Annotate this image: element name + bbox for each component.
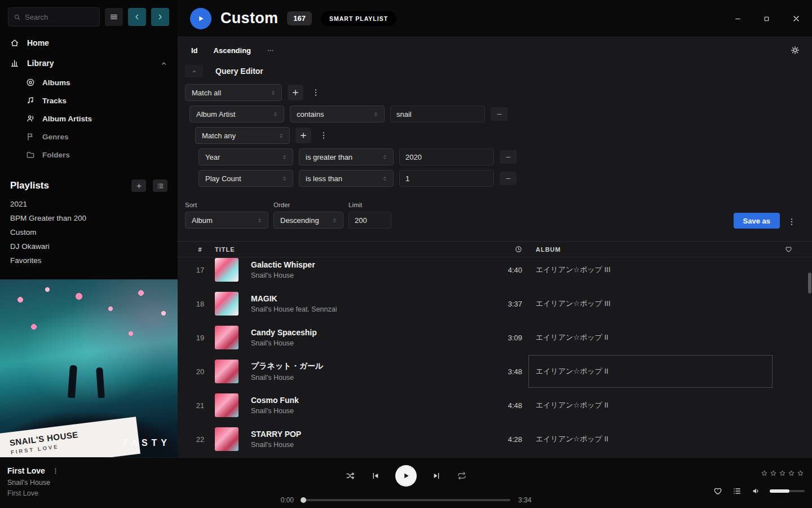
progress-section: 0:00 3:34 — [275, 496, 537, 504]
table-row[interactable]: 22 STARRY POP Snail's House 4:28 エイリアン☆ポ… — [178, 422, 812, 456]
track-album-selected-cell[interactable]: エイリアン☆ポップ II — [528, 355, 773, 388]
sidebar-item-genres[interactable]: Genres — [0, 128, 178, 146]
updown-icon — [373, 111, 379, 117]
sort-select[interactable]: Album — [185, 212, 268, 229]
playlist-item[interactable]: BPM Greater than 200 — [10, 211, 167, 225]
sidebar-item-folders[interactable]: Folders — [0, 146, 178, 164]
save-as-button[interactable]: Save as — [734, 213, 780, 229]
gear-icon — [791, 46, 800, 55]
settings-button[interactable] — [791, 46, 800, 55]
match-type-select[interactable]: Match all — [185, 84, 282, 101]
sort-field-button[interactable]: Id — [191, 46, 198, 55]
maximize-button[interactable] — [761, 13, 773, 25]
remove-group-rule-button[interactable] — [500, 150, 517, 164]
menu-button[interactable] — [105, 8, 123, 26]
playback-controls — [345, 465, 467, 487]
rule-operator-select[interactable]: contains — [290, 106, 385, 122]
playlist-item[interactable]: Favorites — [10, 253, 167, 268]
now-playing-menu-button[interactable] — [52, 467, 59, 475]
main-content: Custom 167 SMART PLAYLIST Id Ascending Q… — [178, 0, 812, 457]
table-row[interactable]: 20 プラネット・ガール Snail's House 3:48 エイリアン☆ポッ… — [178, 354, 812, 388]
sidebar-item-albums[interactable]: Albums — [0, 73, 178, 91]
star-icon[interactable] — [770, 470, 777, 477]
page-title: Custom — [220, 10, 278, 27]
group-rule-operator-select[interactable]: is less than — [299, 170, 394, 187]
group-rule-field-select[interactable]: Year — [198, 148, 293, 165]
add-playlist-button[interactable] — [131, 179, 146, 192]
group-rule-value-input[interactable] — [399, 170, 494, 187]
add-group-rule-button[interactable] — [295, 128, 311, 143]
list-icon — [157, 182, 164, 190]
rule-field-select[interactable]: Album Artist — [189, 106, 284, 122]
minimize-button[interactable] — [732, 13, 744, 25]
mute-button[interactable] — [751, 485, 762, 497]
save-menu-button[interactable] — [785, 215, 798, 229]
group-menu-button[interactable] — [317, 129, 330, 142]
seek-bar[interactable] — [302, 499, 510, 501]
column-header-album[interactable]: ALBUM — [536, 246, 773, 253]
library-icon — [10, 59, 19, 68]
sidebar-item-home[interactable]: Home — [0, 33, 178, 53]
track-number: 20 — [186, 367, 215, 376]
playlist-options-button[interactable] — [153, 179, 167, 192]
root-rule-menu-button[interactable] — [309, 86, 323, 99]
previous-track-button[interactable] — [370, 470, 381, 481]
sidebar-item-album-artists[interactable]: Album Artists — [0, 110, 178, 128]
sort-direction-button[interactable]: Ascending — [214, 46, 251, 55]
back-button[interactable] — [128, 8, 146, 26]
star-icon[interactable] — [761, 470, 768, 477]
limit-input[interactable] — [348, 212, 391, 229]
group-rule-field-select[interactable]: Play Count — [198, 170, 293, 187]
order-select[interactable]: Descending — [273, 212, 343, 229]
rule-value-input[interactable] — [390, 106, 485, 122]
sidebar-item-tracks[interactable]: Tracks — [0, 91, 178, 110]
remove-rule-button[interactable] — [491, 107, 508, 121]
column-header-title[interactable]: TITLE — [215, 246, 477, 253]
queue-button[interactable] — [731, 485, 743, 497]
playlist-item[interactable]: Custom — [10, 225, 167, 239]
search-input[interactable] — [25, 13, 88, 21]
play-icon — [401, 471, 411, 480]
collapse-query-editor-button[interactable] — [185, 65, 203, 77]
shuffle-button[interactable] — [345, 470, 356, 481]
table-row[interactable]: 17 Galactic Whisper Snail's House 4:40 エ… — [178, 253, 812, 287]
sidebar-item-library[interactable]: Library — [0, 53, 178, 73]
playlists-title: Playlists — [10, 180, 49, 191]
seek-handle[interactable] — [301, 497, 306, 503]
next-track-button[interactable] — [431, 470, 442, 481]
close-button[interactable] — [789, 12, 803, 25]
star-icon[interactable] — [797, 470, 804, 477]
dots-vertical-icon — [52, 467, 59, 475]
group-rule-value-input[interactable] — [399, 148, 494, 165]
repeat-button[interactable] — [456, 470, 467, 481]
match-type-value: Match all — [192, 89, 221, 97]
column-header-duration[interactable] — [477, 246, 522, 253]
folder-icon — [26, 150, 35, 159]
play-playlist-button[interactable] — [190, 8, 211, 29]
play-pause-button[interactable] — [395, 465, 417, 487]
volume-slider[interactable] — [770, 490, 805, 492]
table-row[interactable]: 21 Cosmo Funk Snail's House 4:48 エイリアン☆ポ… — [178, 388, 812, 422]
playlist-item[interactable]: 2021 — [10, 197, 167, 211]
star-icon[interactable] — [788, 470, 795, 477]
chevron-up-icon — [160, 60, 167, 67]
column-header-number[interactable]: # — [186, 246, 215, 253]
star-icon[interactable] — [779, 470, 786, 477]
forward-button[interactable] — [151, 8, 169, 26]
group-match-type-select[interactable]: Match any — [195, 127, 290, 144]
favorite-button[interactable] — [712, 485, 723, 497]
group-rule-operator-select[interactable]: is greater than — [299, 148, 394, 165]
track-table: # TITLE ALBUM 17 Galactic Whisper Snail'… — [178, 241, 812, 457]
add-rule-button[interactable] — [288, 85, 303, 100]
scrollbar-thumb[interactable] — [808, 273, 811, 294]
track-album: エイリアン☆ポップ II — [536, 332, 773, 343]
toolbar-more-button[interactable] — [267, 47, 274, 54]
table-row[interactable]: 19 Candy Spaceship Snail's House 3:09 エイ… — [178, 321, 812, 354]
track-number: 18 — [186, 300, 215, 308]
playlist-item[interactable]: DJ Okawari — [10, 239, 167, 253]
close-icon — [792, 14, 801, 23]
table-row[interactable]: 18 MAGIK Snail's House feat. Sennzai 3:3… — [178, 287, 812, 321]
search-box[interactable] — [8, 7, 100, 27]
remove-group-rule-button[interactable] — [500, 172, 517, 185]
column-header-favorite[interactable] — [773, 246, 804, 253]
